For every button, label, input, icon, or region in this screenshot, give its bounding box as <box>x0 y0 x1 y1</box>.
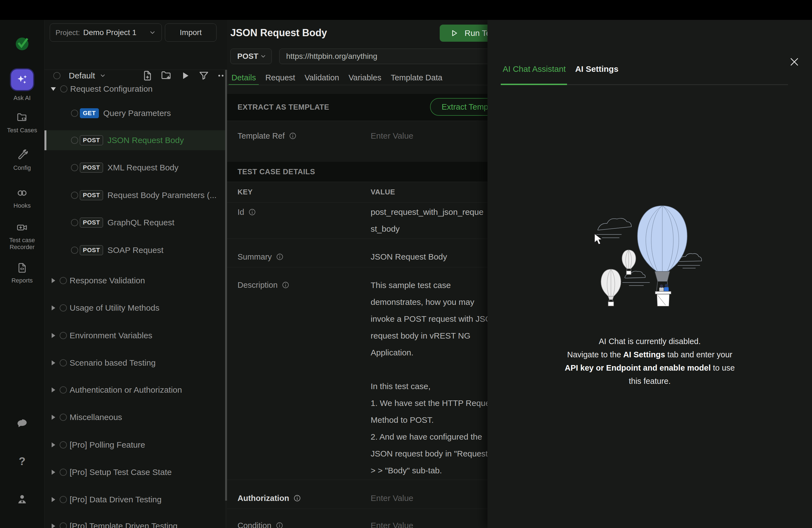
template-ref-input[interactable]: Enter Value <box>371 130 414 142</box>
status-circle <box>60 304 67 311</box>
tree-item-label: SOAP Request <box>107 246 163 255</box>
rail-item-reports[interactable]: Reports <box>0 262 44 284</box>
status-circle <box>60 523 67 528</box>
status-circle <box>60 359 67 366</box>
id-value-line1[interactable]: post_request_with_json_reque <box>371 207 483 218</box>
tab-validation[interactable]: Validation <box>302 71 342 85</box>
wrench-icon <box>16 149 28 161</box>
chat-feedback-button[interactable] <box>0 417 44 431</box>
active-tab-underline <box>501 84 567 85</box>
tree-item-label: Environment Variables <box>70 331 153 340</box>
caret-right-icon[interactable] <box>52 470 55 475</box>
info-icon[interactable] <box>249 208 256 216</box>
status-circle <box>71 219 78 226</box>
description-line: 1. We have set the HTTP Request <box>371 395 498 411</box>
caret-right-icon[interactable] <box>52 387 55 392</box>
tree-item-label: Query Parameters <box>103 108 171 118</box>
tree-item[interactable]: POSTRequest Body Parameters (... <box>44 185 225 205</box>
caret-right-icon[interactable] <box>52 361 55 365</box>
project-selector[interactable]: Project: Demo Project 1 <box>50 24 162 42</box>
description-line: In this test case, <box>371 378 498 395</box>
status-circle <box>71 192 78 199</box>
tree-item[interactable]: [Pro] Polling Feature <box>44 435 225 455</box>
summary-value[interactable]: JSON Request Body <box>371 251 447 262</box>
tree-item[interactable]: [Pro] Setup Test Case State <box>44 462 225 482</box>
tree-list: Request ConfigurationGETQuery Parameters… <box>44 70 225 528</box>
tree-item-label: Authentication or Authorization <box>70 385 182 395</box>
tree-item[interactable]: GETQuery Parameters <box>44 103 225 123</box>
authorization-input[interactable]: Enter Value <box>371 493 414 504</box>
info-icon[interactable] <box>294 495 301 502</box>
tab-variables[interactable]: Variables <box>346 71 384 85</box>
tree-item[interactable]: POSTJSON Request Body <box>44 130 225 150</box>
tree-item-label: Request Configuration <box>70 84 153 93</box>
section-title: TEST CASE DETAILS <box>237 162 315 182</box>
method-badge: POST <box>80 163 103 173</box>
description-label: Description <box>237 279 289 291</box>
caret-right-icon[interactable] <box>52 524 55 528</box>
help-button[interactable]: ? <box>0 456 44 467</box>
column-header-value: VALUE <box>371 186 395 197</box>
info-icon[interactable] <box>282 281 289 289</box>
info-icon[interactable] <box>276 253 284 260</box>
id-value-line2[interactable]: st_body <box>371 223 400 234</box>
authorization-label: Authorization <box>237 493 301 504</box>
condition-label: Condition <box>237 520 283 528</box>
close-icon[interactable] <box>789 57 799 67</box>
tab-ai-settings[interactable]: AI Settings <box>575 62 619 76</box>
caret-right-icon[interactable] <box>52 415 55 420</box>
tree-item[interactable]: POSTXML Request Body <box>44 158 225 178</box>
tab-ai-chat-assistant[interactable]: AI Chat Assistant <box>503 62 566 76</box>
tree-item[interactable]: [Pro] Data Driven Testing <box>44 489 225 510</box>
ask-ai-label: Ask AI <box>0 92 44 101</box>
info-icon[interactable] <box>289 132 296 140</box>
caret-right-icon[interactable] <box>52 305 55 310</box>
description-line <box>371 361 498 378</box>
caret-right-icon[interactable] <box>52 278 55 283</box>
tree-item[interactable]: POSTGraphQL Request <box>44 212 225 233</box>
tree-item-label: [Pro] Data Driven Testing <box>70 495 162 504</box>
caret-right-icon[interactable] <box>52 442 55 448</box>
sparkles-icon <box>16 73 28 86</box>
app-logo <box>0 36 44 53</box>
tree-item[interactable]: Response Validation <box>44 270 225 291</box>
status-circle <box>60 441 67 449</box>
tree-item[interactable]: POSTSOAP Request <box>44 240 225 260</box>
tab-template-data[interactable]: Template Data <box>388 71 445 85</box>
rail-item-test-case-recorder[interactable]: Test case Recorder <box>0 222 44 250</box>
method-badge: POST <box>80 190 103 200</box>
tree-item[interactable]: Authentication or Authorization <box>44 380 225 400</box>
description-line: demonstrates, how you may <box>371 294 498 310</box>
tree-item[interactable]: Miscellaneous <box>44 407 225 427</box>
description-value[interactable]: This sample test casedemonstrates, how y… <box>371 277 498 479</box>
condition-input[interactable]: Enter Value <box>371 520 414 528</box>
caret-right-icon[interactable] <box>52 497 55 502</box>
description-line: Method to POST. <box>371 411 498 428</box>
ask-ai-button[interactable] <box>11 69 33 90</box>
tree-item[interactable]: [Pro] Template Driven Testing <box>44 516 225 528</box>
status-circle <box>71 137 78 144</box>
user-account-button[interactable] <box>0 493 44 507</box>
status-circle <box>60 414 67 421</box>
http-method-select[interactable]: POST <box>230 48 272 64</box>
rail-item-config[interactable]: Config <box>0 149 44 171</box>
description-line: > > "Body" sub-tab. <box>371 462 498 479</box>
tree-item-label: Scenario based Testing <box>70 358 156 368</box>
tree-item[interactable]: Usage of Utility Methods <box>44 298 225 318</box>
import-button[interactable]: Import <box>165 24 217 42</box>
tree-item-label: Response Validation <box>70 276 145 285</box>
tree-item[interactable]: Environment Variables <box>44 326 225 346</box>
info-icon[interactable] <box>276 522 283 528</box>
caret-down-icon[interactable] <box>51 87 56 91</box>
rail-item-test-cases[interactable]: Test Cases <box>0 112 44 134</box>
left-nav-rail: Ask AI Test Cases Config Hooks <box>0 20 44 528</box>
caret-right-icon[interactable] <box>52 333 55 338</box>
rail-item-hooks[interactable]: Hooks <box>0 187 44 209</box>
column-header-key: KEY <box>237 186 253 197</box>
tree-item[interactable]: Request Configuration <box>44 79 225 99</box>
tab-details[interactable]: Details <box>229 71 259 85</box>
vrest-logo-icon <box>14 36 30 52</box>
tree-item[interactable]: Scenario based Testing <box>44 353 225 373</box>
tab-request[interactable]: Request <box>263 71 298 85</box>
mouse-cursor <box>593 233 604 246</box>
